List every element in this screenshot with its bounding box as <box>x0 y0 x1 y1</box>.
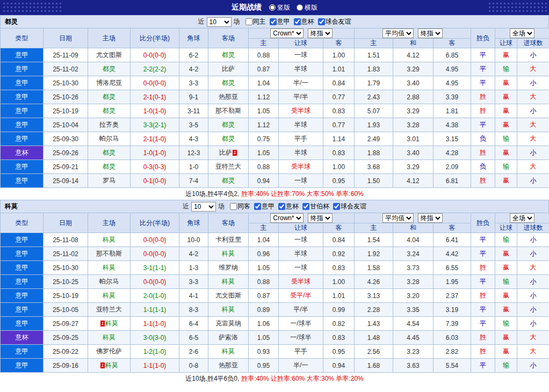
scope-select[interactable]: 全场 <box>510 213 534 223</box>
summary-record: 近10场,胜4平6负0, <box>185 375 239 382</box>
filter-checkbox[interactable]: 球会友谊 <box>318 17 351 26</box>
score-text: 1-0(1-0) <box>143 107 167 115</box>
home-team-name: 科莫 <box>103 333 115 341</box>
date-cell: 25-10-19 <box>44 104 88 118</box>
handicap-result-text: 赢 <box>503 333 509 341</box>
away-team-name: 都灵 <box>222 135 235 142</box>
view-option-radio[interactable] <box>269 4 276 11</box>
filter-checkbox-input[interactable] <box>333 203 340 210</box>
bookmaker-select[interactable]: Crown* <box>270 28 304 38</box>
away-odds-cell: 1.14 <box>323 132 355 146</box>
home-team-cell: 1科莫 <box>88 317 131 331</box>
decoration-right <box>488 2 547 13</box>
total-goals-cell: 大 <box>517 331 549 345</box>
date-cell: 25-09-26 <box>44 146 88 160</box>
avg-home-cell: 1.58 <box>355 261 393 275</box>
bookmaker-stage-select[interactable]: 终指 <box>308 28 333 38</box>
col-corner: 角球 <box>179 213 208 233</box>
result-cell: 胜 <box>471 289 495 303</box>
filter-checkbox[interactable]: 同客 <box>230 202 250 211</box>
handicap-cell: 平手 <box>279 132 323 146</box>
score-text: 3-0(3-0) <box>143 334 167 342</box>
bookmaker-select[interactable]: Crown* <box>270 213 304 223</box>
summary-record: 近10场,胜4平4负2, <box>185 190 239 198</box>
filter-checkbox[interactable]: 意杯 <box>278 202 299 211</box>
red-card-badge: 1 <box>233 150 237 156</box>
scope-select[interactable]: 全场 <box>510 28 534 38</box>
match-row: 意甲 25-11-08 科莫 0-0(0-0) 10-0 卡利亚里 1.04 一… <box>1 233 549 247</box>
handicap-text: 受平/半 <box>290 292 311 299</box>
filter-checkbox-input[interactable] <box>245 18 252 25</box>
filter-checkbox-input[interactable] <box>302 203 309 210</box>
view-option[interactable]: 竖版 <box>269 3 290 12</box>
filter-checkbox-input[interactable] <box>270 18 277 25</box>
date-cell: 25-10-26 <box>44 90 88 104</box>
total-goals-cell: 大 <box>517 62 549 76</box>
score-cell: 3-1(1-1) <box>131 261 179 275</box>
score-text: 3-3(2-1) <box>143 121 167 129</box>
handicap-text: 半球 <box>294 65 307 72</box>
filter-checkbox[interactable]: 意甲 <box>270 17 290 26</box>
view-option[interactable]: 横版 <box>297 3 317 12</box>
corner-cell: 6-2 <box>179 48 208 62</box>
average-stage-select[interactable]: 终指 <box>418 28 443 38</box>
home-team-cell: 帕尔马 <box>88 132 131 146</box>
score-cell: 0-0(0-0) <box>131 233 179 247</box>
handicap-cell: 平手 <box>279 345 323 359</box>
filter-checkbox-input[interactable] <box>278 203 285 210</box>
result-text: 平 <box>480 51 486 59</box>
home-odds-cell: 0.95 <box>249 359 279 373</box>
match-row: 意甲 25-11-09 尤文图斯 0-0(0-0) 6-2 都灵 0.88 一球… <box>1 48 549 62</box>
result-cell: 平 <box>471 359 495 373</box>
filter-checkbox-label: 意甲 <box>262 202 274 211</box>
match-count-select[interactable]: 10 <box>207 17 232 27</box>
filter-checkbox-input[interactable] <box>230 203 237 210</box>
league-badge: 意甲 <box>1 62 44 76</box>
handicap-cell: 一球 <box>279 233 323 247</box>
total-goals-cell: 小 <box>517 275 549 289</box>
away-team-name: 尤文图斯 <box>215 292 241 299</box>
away-team-cell: 维罗纳 <box>208 261 249 275</box>
view-option-radio[interactable] <box>297 4 303 11</box>
filter-checkbox[interactable]: 意杯 <box>294 17 314 26</box>
bookmaker-stage-select[interactable]: 终指 <box>308 213 333 223</box>
score-cell: 3-3(2-1) <box>131 118 179 132</box>
filter-checkbox[interactable]: 球会友谊 <box>333 202 366 211</box>
total-goals-text: 小 <box>530 361 537 369</box>
recent-label-prefix: 近 <box>198 17 205 26</box>
home-team-name: 博洛尼亚 <box>96 79 122 86</box>
average-select[interactable]: 平均值 <box>382 28 414 38</box>
filter-checkbox-input[interactable] <box>294 18 301 25</box>
col-total-goals: 进球数 <box>517 223 549 233</box>
average-select[interactable]: 平均值 <box>382 213 414 223</box>
filter-checkbox[interactable]: 同主 <box>245 17 266 26</box>
filter-checkbox-input[interactable] <box>254 203 261 210</box>
average-stage-select[interactable]: 终指 <box>418 213 443 223</box>
avg-draw-cell: 4.54 <box>393 317 434 331</box>
score-cell: 1-0(1-0) <box>131 146 179 160</box>
avg-draw-cell: 3.29 <box>393 160 434 174</box>
avg-home-cell: 1.43 <box>355 317 393 331</box>
filter-checkbox-input[interactable] <box>318 18 325 25</box>
score-cell: 1-0(1-0) <box>131 104 179 118</box>
corner-cell: 1-3 <box>179 261 208 275</box>
avg-home-cell: 5.07 <box>355 104 393 118</box>
away-odds-cell: 0.77 <box>323 118 355 132</box>
home-team-name: 都灵 <box>103 93 115 100</box>
match-count-select[interactable]: 10 <box>191 202 216 212</box>
avg-draw-cell: 3.40 <box>393 146 434 160</box>
page-title: 近期战绩 <box>232 3 262 12</box>
filter-checkbox[interactable]: 意甲 <box>254 202 274 211</box>
avg-home-cell: 2.56 <box>355 345 393 359</box>
away-odds-cell: 1.00 <box>323 48 355 62</box>
league-badge: 意甲 <box>1 48 44 62</box>
score-text: 3-1(1-1) <box>143 264 167 272</box>
away-team-cell: 卡利亚里 <box>208 233 249 247</box>
col-odds-handicap: 让球 <box>279 39 323 48</box>
total-goals-cell: 小 <box>517 289 549 303</box>
col-date: 日期 <box>44 28 88 48</box>
home-odds-cell: 0.88 <box>249 275 279 289</box>
date-cell: 25-10-30 <box>44 261 88 275</box>
filter-checkbox[interactable]: 甘伯杯 <box>302 202 329 211</box>
torino-results-table: 类型 日期 主场 比分(半场) 角球 客场 Crown* 终指 平均值 终指 胜… <box>0 28 549 188</box>
